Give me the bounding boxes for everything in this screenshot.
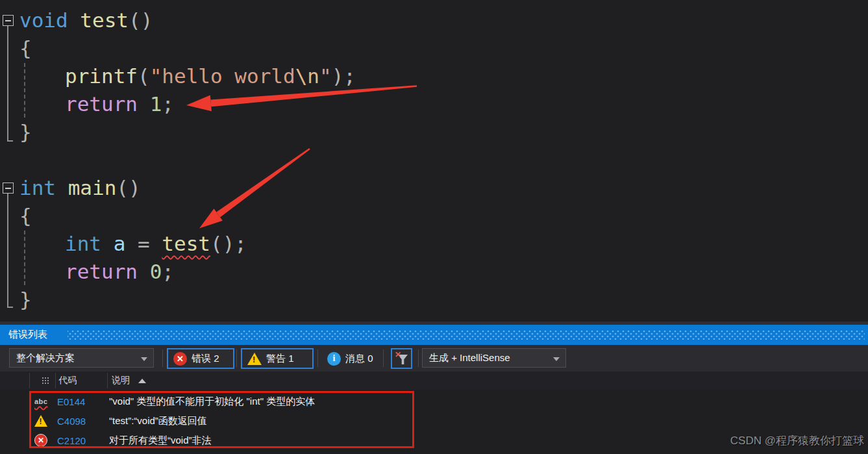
outline-guide-test — [7, 26, 8, 140]
sort-ascending-icon — [138, 379, 146, 383]
intellisense-error-icon: abc — [34, 398, 47, 405]
code-token: { — [19, 204, 32, 227]
messages-toggle-button[interactable]: 消息 0 — [322, 348, 379, 369]
outline-guide-main — [7, 194, 8, 307]
code-token: a — [114, 232, 126, 255]
code-token: int — [65, 232, 101, 255]
code-line[interactable]: void test() — [0, 6, 868, 34]
messages-count-label: 消息 0 — [345, 353, 373, 365]
code-token — [138, 92, 150, 116]
code-token: void — [19, 8, 68, 32]
vs-window: void test(){printf("hello world\n");retu… — [0, 0, 868, 454]
source-dropdown[interactable]: 生成 + IntelliSense — [422, 348, 566, 368]
chevron-down-icon — [553, 357, 560, 361]
code-lines: void test(){printf("hello world\n");retu… — [0, 6, 868, 314]
code-line[interactable]: { — [0, 34, 868, 62]
code-token: printf — [65, 64, 138, 88]
code-token: " — [319, 64, 332, 88]
error-row[interactable]: C4098“test”:“void”函数返回值 — [0, 411, 868, 431]
warning-icon — [34, 415, 47, 427]
code-token: return — [65, 92, 138, 116]
code-token: test — [162, 232, 210, 255]
error-list-toolbar: 整个解决方案 错误 2 警告 1 消息 0 ✕ 生成 + IntelliSens… — [0, 345, 868, 372]
code-line[interactable]: int a = test(); — [0, 230, 868, 258]
toolbar-separator — [162, 349, 163, 367]
error-description: "void" 类型的值不能用于初始化 "int" 类型的实体 — [109, 396, 868, 408]
code-token: = — [125, 232, 162, 255]
errors-toggle-button[interactable]: 错误 2 — [167, 348, 234, 369]
source-dropdown-value: 生成 + IntelliSense — [429, 352, 510, 364]
code-token — [101, 232, 114, 255]
fold-marker-main[interactable] — [3, 183, 14, 194]
error-list-title: 错误列表 — [8, 329, 47, 341]
filter-toggle-button[interactable]: ✕ — [391, 348, 412, 369]
error-description: “test”:“void”函数返回值 — [109, 415, 868, 427]
code-token — [138, 260, 150, 283]
minus-icon — [5, 20, 11, 21]
code-line[interactable]: } — [0, 286, 868, 314]
code-token: { — [19, 36, 32, 60]
column-header-code[interactable]: 代码 — [58, 375, 77, 386]
error-icon — [34, 434, 47, 447]
outline-guide-test-foot — [7, 140, 13, 142]
chevron-down-icon — [141, 357, 147, 361]
scope-dropdown-value: 整个解决方案 — [16, 352, 75, 364]
code-line[interactable]: { — [0, 202, 868, 230]
code-token: } — [19, 120, 32, 144]
titlebar-grip-texture — [68, 331, 865, 340]
code-token: main — [68, 176, 117, 199]
code-token: 1 — [150, 92, 162, 116]
errors-count-label: 错误 2 — [192, 353, 219, 365]
code-line[interactable]: } — [0, 118, 868, 146]
toolbar-separator — [317, 349, 318, 367]
error-icon — [173, 352, 187, 366]
error-code-link[interactable]: C4098 — [57, 416, 109, 427]
warning-icon — [247, 353, 262, 365]
code-token: ; — [162, 260, 174, 283]
code-editor[interactable]: void test(){printf("hello world\n");retu… — [0, 0, 868, 322]
clear-filter-x-icon: ✕ — [395, 350, 401, 359]
code-line[interactable]: return 0; — [0, 258, 868, 286]
warnings-toggle-button[interactable]: 警告 1 — [241, 348, 314, 369]
error-row[interactable]: abcE0144"void" 类型的值不能用于初始化 "int" 类型的实体 — [0, 392, 868, 411]
code-line[interactable]: int main() — [0, 174, 868, 202]
watermark-text: CSDN @程序猿教你打篮球 — [730, 433, 864, 448]
scope-dropdown[interactable]: 整个解决方案 — [9, 348, 154, 368]
error-code-link[interactable]: E0144 — [57, 396, 109, 407]
code-line[interactable]: printf("hello world\n"); — [0, 62, 868, 90]
code-line[interactable] — [0, 146, 868, 174]
severity-cell — [0, 415, 57, 427]
warnings-count-label: 警告 1 — [266, 353, 294, 365]
code-token: test — [80, 8, 129, 32]
severity-cell: abc — [0, 398, 57, 405]
code-token — [56, 176, 68, 199]
code-token: return — [65, 260, 138, 283]
indent-guide-main — [24, 231, 25, 285]
severity-column-grid-icon[interactable] — [42, 377, 49, 384]
error-grid-header: 代码 说明 — [0, 372, 868, 390]
column-divider — [107, 373, 108, 388]
column-header-description[interactable]: 说明 — [112, 375, 130, 386]
indent-guide-test — [24, 63, 25, 118]
code-line[interactable]: return 1; — [0, 90, 868, 118]
column-divider — [55, 373, 56, 388]
error-list-titlebar[interactable]: 错误列表 — [0, 325, 868, 345]
error-code-link[interactable]: C2120 — [57, 435, 109, 446]
minus-icon — [5, 188, 11, 189]
code-token — [68, 8, 81, 32]
column-divider — [29, 373, 30, 388]
info-icon — [327, 352, 341, 366]
toolbar-separator — [418, 349, 419, 367]
severity-cell — [0, 434, 57, 447]
code-token: ; — [162, 92, 174, 116]
code-token: } — [19, 288, 32, 311]
fold-marker-test[interactable] — [3, 15, 14, 26]
code-token: ); — [332, 64, 356, 88]
code-token: int — [19, 176, 56, 199]
outline-guide-main-foot — [7, 307, 13, 308]
toolbar-separator — [383, 349, 384, 367]
code-token: ( — [138, 64, 150, 88]
code-token: () — [116, 176, 140, 199]
code-token: () — [129, 8, 153, 32]
code-token: (); — [210, 232, 247, 255]
